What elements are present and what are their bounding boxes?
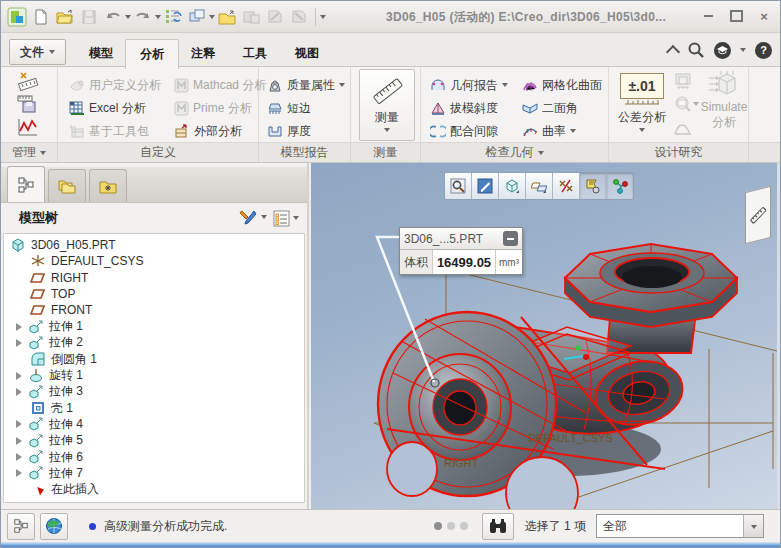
group-label-manage[interactable]: 管理: [1, 143, 58, 162]
tree-item[interactable]: DEFAULT_CSYS: [4, 253, 304, 269]
minimize-button[interactable]: [698, 7, 718, 25]
display-style-button[interactable]: [499, 173, 526, 199]
prime-analysis-button[interactable]: Prime 分析: [171, 97, 255, 119]
toggle-browser-button[interactable]: [40, 513, 68, 540]
collapse-ribbon-icon[interactable]: [666, 45, 680, 59]
expand-arrow-icon[interactable]: [14, 323, 28, 331]
tab-tools[interactable]: 工具: [229, 40, 281, 67]
simulate-analysis-button[interactable]: Simulate 分析: [699, 69, 749, 141]
toolkit-based-button[interactable]: 基于工具包: [66, 120, 152, 142]
statistics-button[interactable]: [673, 118, 693, 136]
pairs-clearance-button[interactable]: 配合间隙: [427, 120, 501, 142]
tab-annotate[interactable]: 注释: [177, 40, 229, 67]
measure-button[interactable]: 测量: [359, 69, 415, 141]
regenerate-button[interactable]: [161, 5, 185, 29]
community-icon[interactable]: [714, 42, 731, 59]
expand-arrow-icon[interactable]: [14, 453, 28, 461]
mathcad-analysis-button[interactable]: Mathcad 分析: [171, 74, 269, 96]
search-icon[interactable]: [687, 41, 705, 59]
tree-item[interactable]: TOP: [4, 286, 304, 302]
tree-item[interactable]: 3D06_H05.PRT: [4, 237, 304, 253]
short-edge-button[interactable]: 短边: [264, 97, 314, 119]
open-file-button[interactable]: [53, 5, 77, 29]
curvature-button[interactable]: 曲率: [519, 120, 579, 142]
dihedral-angle-button[interactable]: 二面角: [519, 97, 581, 119]
tolerance-analysis-button[interactable]: ±.01 公差分析: [614, 69, 670, 141]
mesh-surface-button[interactable]: 网格化曲面: [519, 74, 605, 96]
sensitivity-analysis-button[interactable]: [673, 72, 693, 90]
close-window-button[interactable]: [215, 5, 239, 29]
csys-display-button[interactable]: [553, 173, 580, 199]
view-manager-button[interactable]: [607, 173, 633, 199]
filter-dropdown-button[interactable]: [743, 515, 763, 537]
tree-item[interactable]: 在此插入: [4, 481, 304, 497]
plane-display-button[interactable]: [526, 173, 553, 199]
toggle-model-tree-button[interactable]: [7, 513, 35, 540]
save-button[interactable]: [77, 5, 101, 29]
help-icon[interactable]: ?: [755, 42, 772, 59]
expand-arrow-icon[interactable]: [14, 420, 28, 428]
community-dropdown-arrow[interactable]: [740, 48, 746, 55]
tree-item[interactable]: 拉伸 7: [4, 465, 304, 481]
feasibility-study-button[interactable]: [673, 95, 699, 113]
tree-item[interactable]: 拉伸 1: [4, 318, 304, 334]
expand-arrow-icon[interactable]: [14, 372, 28, 380]
excel-analysis-button[interactable]: Excel 分析: [66, 97, 149, 119]
graphics-area[interactable]: DEFAULT_CSYS RIGHT: [311, 163, 777, 509]
tab-view[interactable]: 视图: [281, 40, 333, 67]
restore-button[interactable]: [726, 7, 746, 25]
tree-settings-arrow[interactable]: [293, 216, 299, 223]
new-file-button[interactable]: [29, 5, 53, 29]
annotation-display-button[interactable]: [580, 173, 607, 199]
find-button[interactable]: [482, 513, 514, 540]
nav-back-button[interactable]: [263, 5, 287, 29]
tree-item[interactable]: 拉伸 6: [4, 449, 304, 465]
tab-model-tree[interactable]: [7, 166, 45, 202]
customize-toolbar-arrow[interactable]: [320, 15, 326, 22]
file-menu-button[interactable]: 文件: [9, 39, 66, 65]
tree-settings-icon[interactable]: [273, 210, 290, 227]
repaint-button[interactable]: [472, 173, 499, 199]
analysis-graph-button[interactable]: [17, 117, 39, 137]
draft-check-button[interactable]: 拔模斜度: [427, 97, 501, 119]
tree-item[interactable]: 壳 1: [4, 400, 304, 416]
tree-item[interactable]: 旋转 1: [4, 367, 304, 383]
tree-item[interactable]: 倒圆角 1: [4, 351, 304, 367]
thickness-button[interactable]: 厚度: [264, 120, 314, 142]
tree-tools-arrow[interactable]: [261, 215, 267, 222]
nav-forward-button[interactable]: [287, 5, 311, 29]
save-as-button[interactable]: [239, 5, 263, 29]
tab-folder-browser[interactable]: [48, 169, 86, 202]
tree-item[interactable]: 拉伸 4: [4, 416, 304, 432]
expand-arrow-icon[interactable]: [14, 469, 28, 477]
tree-item[interactable]: FRONT: [4, 302, 304, 318]
analysis-manager-button[interactable]: [17, 71, 39, 91]
zoom-in-button[interactable]: [445, 173, 472, 199]
windows-button[interactable]: [185, 5, 209, 29]
tab-analysis[interactable]: 分析: [125, 39, 179, 69]
collapsed-measure-panel-tab[interactable]: [745, 186, 771, 244]
geometry-report-button[interactable]: 几何报告: [427, 74, 511, 96]
user-defined-analysis-button[interactable]: 用户定义分析: [66, 74, 164, 96]
tab-favorites[interactable]: [89, 169, 127, 202]
collapse-icon[interactable]: [503, 231, 518, 246]
tree-item[interactable]: 拉伸 2: [4, 335, 304, 351]
redo-button[interactable]: [131, 5, 155, 29]
tree-tools-icon[interactable]: [239, 209, 258, 227]
expand-arrow-icon[interactable]: [14, 339, 28, 347]
creo-window: 3D06_H05 (活动的) E:\Creo_dir\3D06_H05\3d0.…: [0, 0, 781, 548]
external-analysis-button[interactable]: 外部分析: [171, 120, 245, 142]
tree-item[interactable]: RIGHT: [4, 270, 304, 286]
measurement-popup[interactable]: 3D06_...5.PRT 体积 16499.05 mm³: [399, 227, 523, 275]
undo-button[interactable]: [101, 5, 125, 29]
saved-analyses-button[interactable]: [17, 94, 39, 114]
expand-arrow-icon[interactable]: [14, 437, 28, 445]
selection-filter-combo[interactable]: 全部: [596, 514, 764, 538]
tree-item[interactable]: 拉伸 3: [4, 384, 304, 400]
tree-item[interactable]: 拉伸 5: [4, 433, 304, 449]
tab-model[interactable]: 模型: [75, 40, 127, 67]
close-button[interactable]: ×: [754, 7, 774, 25]
group-label-check-geometry[interactable]: 检查几何: [421, 143, 609, 162]
expand-arrow-icon[interactable]: [14, 388, 28, 396]
mass-properties-button[interactable]: 质量属性: [264, 74, 348, 96]
